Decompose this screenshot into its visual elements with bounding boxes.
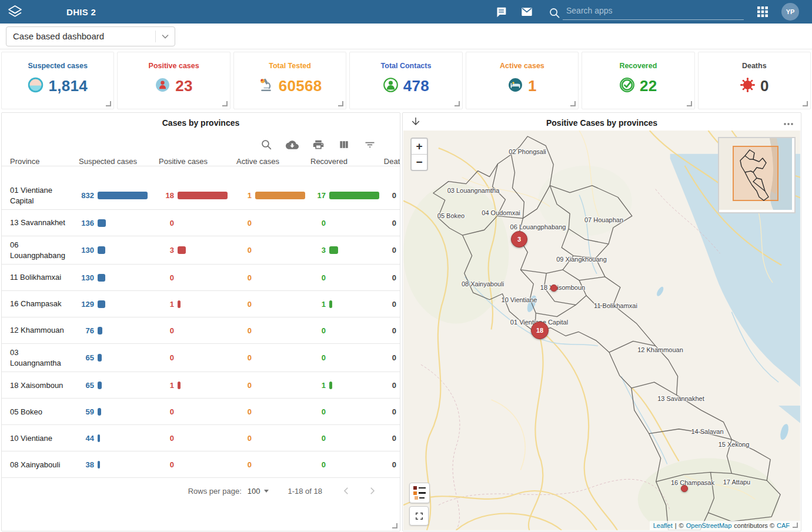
kpi-title: Active cases	[466, 62, 578, 70]
province-name: 18 Xaisomboun	[10, 377, 79, 394]
recovered-cell: 0	[310, 219, 382, 227]
resize-handle[interactable]	[222, 101, 228, 106]
minimap-overview[interactable]	[718, 137, 796, 213]
table-row[interactable]: 11 Bolikhamxai1300000	[2, 265, 400, 291]
table-row[interactable]: 12 Khammouan760000	[2, 317, 400, 344]
arrow-down-icon[interactable]	[410, 116, 422, 130]
active-cell: 0	[236, 381, 310, 390]
leaflet-map[interactable]: + −	[403, 131, 800, 530]
case-cluster-marker[interactable]	[550, 285, 557, 292]
column-header[interactable]: Recovered	[310, 157, 382, 166]
resize-handle[interactable]	[106, 101, 111, 106]
recovered-cell: 0	[310, 460, 382, 469]
next-page-button[interactable]	[367, 486, 377, 496]
table-row[interactable]: 01 Vientiane Capital832181170	[2, 182, 400, 210]
columns-icon[interactable]	[338, 138, 350, 151]
positive-cell: 0	[159, 326, 236, 335]
rows-per-page-select[interactable]: 100	[248, 487, 269, 496]
suspected-bar	[98, 408, 101, 416]
suspected-bar	[98, 434, 100, 442]
table-row[interactable]: 06 Louangphabang1303030	[2, 236, 400, 265]
table-row[interactable]: 10 Vientiane440000	[2, 425, 400, 451]
kpi-value: 0	[760, 77, 769, 95]
province-label: 17 Attapu	[723, 479, 751, 486]
deaths-cell: 0	[382, 219, 400, 227]
active-bar	[255, 192, 305, 199]
suspected-cell: 65	[79, 381, 159, 390]
kpi-card: Positive cases23	[117, 52, 230, 109]
kpi-title: Recovered	[582, 62, 694, 70]
zoom-out-button[interactable]: −	[412, 155, 427, 170]
case-cluster-marker[interactable]: 18	[531, 322, 549, 339]
apps-grid-icon[interactable]	[757, 6, 768, 18]
suspected-bar	[98, 219, 106, 227]
province-label: 11 Bolikhamxai	[594, 302, 637, 309]
messages-icon[interactable]	[495, 6, 507, 18]
column-header[interactable]: Active cases	[236, 157, 310, 166]
column-header[interactable]: Suspected cases	[79, 157, 159, 166]
province-label: 18 Xaisomboun	[540, 284, 585, 291]
province-label: 13 Savannakhet	[657, 395, 704, 402]
resize-handle[interactable]	[793, 523, 798, 528]
check-circle-icon	[619, 77, 635, 95]
caf-link[interactable]: CAF	[777, 522, 790, 529]
kpi-value-row: 478	[350, 77, 462, 95]
province-label: 06 Louangphabang	[510, 223, 566, 230]
table-row[interactable]: 13 Savannakhet1360000	[2, 210, 400, 236]
leaflet-link[interactable]: Leaflet	[653, 522, 673, 529]
rows-per-page-label: Rows per page:	[188, 487, 242, 496]
dhis2-logo-icon[interactable]	[7, 4, 23, 20]
table-row[interactable]: 05 Bokeo590000	[2, 399, 400, 425]
column-header[interactable]: Province	[10, 157, 79, 166]
kpi-value: 22	[640, 77, 657, 95]
zoom-in-button[interactable]: +	[412, 139, 427, 155]
recovered-cell: 17	[310, 191, 382, 200]
province-label: 07 Houaphan	[584, 216, 623, 223]
copyright-symbol: ©	[679, 522, 684, 529]
legend-button[interactable]	[409, 483, 430, 503]
zoom-control: + −	[410, 138, 428, 171]
table-row[interactable]: 16 Champasak1291010	[2, 291, 400, 317]
resize-handle[interactable]	[570, 101, 576, 106]
positive-cell: 1	[159, 300, 236, 309]
filter-icon[interactable]	[363, 138, 376, 151]
resize-handle[interactable]	[455, 101, 460, 106]
kpi-value: 60568	[279, 77, 322, 95]
positive-cell: 0	[159, 407, 236, 416]
active-cell: 0	[236, 273, 310, 282]
province-label: 02 Phongsali	[509, 148, 546, 155]
table-row[interactable]: 08 Xainyabouli380000	[2, 451, 400, 478]
resize-handle[interactable]	[803, 101, 808, 106]
more-options-icon[interactable]	[783, 118, 794, 128]
search-apps-input[interactable]	[563, 4, 744, 20]
column-header[interactable]: Positive cases	[159, 157, 236, 166]
positive-bar	[178, 192, 228, 199]
previous-page-button[interactable]	[341, 486, 352, 496]
print-icon[interactable]	[312, 138, 325, 151]
fullscreen-button[interactable]	[409, 506, 429, 526]
case-cluster-marker[interactable]	[681, 485, 688, 492]
case-cluster-marker[interactable]: 3	[511, 231, 527, 247]
search-icon[interactable]	[260, 138, 273, 151]
table-row[interactable]: 18 Xaisomboun651010	[2, 372, 400, 399]
table-pagination: Rows per page: 100 1-18 of 18	[2, 478, 400, 504]
download-icon[interactable]	[286, 138, 299, 151]
active-cell: 0	[236, 460, 310, 469]
active-cell: 0	[236, 300, 310, 309]
kpi-value-row: 23	[118, 77, 229, 95]
avatar[interactable]: YP	[781, 3, 799, 21]
resize-handle[interactable]	[392, 523, 397, 528]
dashboard-selector[interactable]: Case based dashboard	[6, 26, 175, 46]
table-row[interactable]: 03 Louangnamtha650000	[2, 344, 400, 372]
positive-cell: 3	[159, 246, 236, 255]
chevron-down-icon	[156, 34, 175, 39]
column-header[interactable]: Deaths	[382, 157, 400, 166]
positive-cell: 1	[159, 381, 236, 390]
openstreetmap-link[interactable]: OpenStreetMap	[686, 522, 732, 529]
mail-icon[interactable]	[520, 5, 533, 18]
resize-handle[interactable]	[687, 101, 692, 106]
suspected-bar	[98, 461, 100, 469]
active-cell: 0	[236, 434, 310, 443]
resize-handle[interactable]	[338, 101, 343, 106]
province-label: 10 Vientiane	[502, 296, 537, 303]
